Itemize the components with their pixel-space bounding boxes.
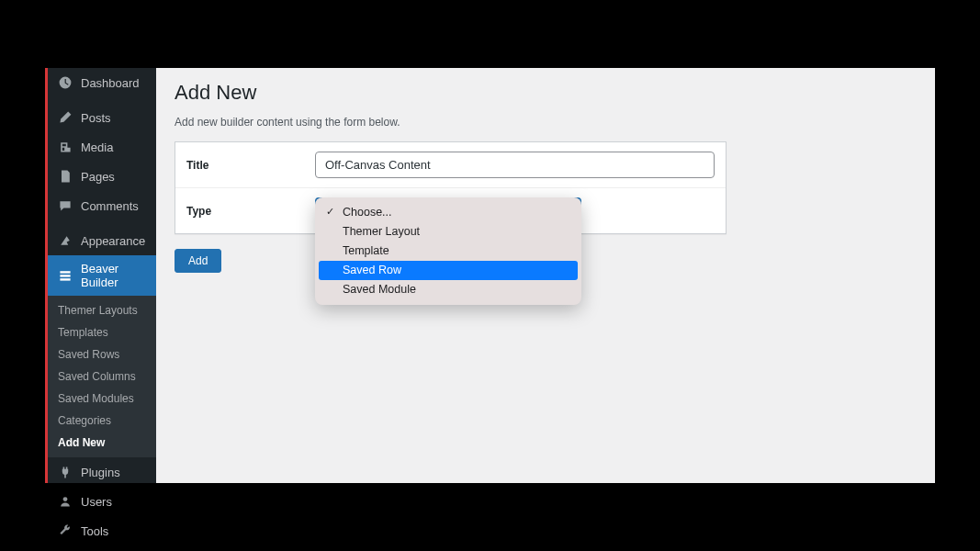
sidebar-item-comments[interactable]: Comments (48, 191, 156, 220)
tools-icon (57, 523, 73, 539)
type-select-wrapper: Choose... Choose... Themer Layout Templa… (315, 197, 581, 224)
svg-point-3 (63, 497, 68, 501)
submenu-item-saved-columns[interactable]: Saved Columns (48, 365, 156, 388)
sidebar-item-media[interactable]: Media (48, 132, 156, 162)
sidebar-item-label: Media (81, 141, 113, 154)
dropdown-option-saved-row[interactable]: Saved Row (319, 261, 578, 280)
svg-rect-1 (60, 275, 70, 276)
submenu-item-themer-layouts[interactable]: Themer Layouts (48, 299, 156, 321)
appearance-icon (57, 232, 73, 249)
svg-rect-2 (60, 278, 70, 280)
pages-icon (57, 168, 73, 185)
sidebar-item-tools[interactable]: Tools (48, 516, 156, 545)
sidebar-item-label: Tools (81, 524, 108, 538)
beaver-icon (57, 267, 73, 284)
sidebar-item-label: Appearance (81, 234, 145, 248)
form-row-type: Type Choose... Choose... Themer Layout T… (175, 188, 726, 233)
title-label: Title (175, 142, 315, 187)
type-label: Type (175, 188, 315, 233)
type-dropdown-menu: Choose... Themer Layout Template Saved R… (315, 197, 581, 305)
comments-icon (57, 197, 73, 214)
main-content: Add New Add new builder content using th… (156, 68, 935, 483)
sidebar-item-plugins[interactable]: Plugins (48, 457, 156, 487)
app-window: Dashboard Posts Media Pages Commen (45, 68, 935, 483)
form-row-title: Title (175, 142, 726, 188)
sidebar-item-label: Dashboard (81, 76, 140, 90)
title-input[interactable] (315, 152, 715, 178)
sidebar-item-label: Users (81, 495, 112, 509)
page-title: Add New (175, 81, 917, 105)
sidebar-item-posts[interactable]: Posts (48, 103, 156, 132)
submenu-item-categories[interactable]: Categories (48, 410, 156, 432)
posts-icon (57, 109, 73, 126)
dropdown-option-template[interactable]: Template (319, 242, 578, 261)
submenu-item-saved-modules[interactable]: Saved Modules (48, 388, 156, 410)
submenu-item-saved-rows[interactable]: Saved Rows (48, 343, 156, 365)
submenu-item-add-new[interactable]: Add New (48, 432, 156, 454)
form-table: Title Type Choose... Choose... Themer La… (175, 141, 727, 234)
sidebar-item-label: Pages (81, 170, 115, 184)
page-description: Add new builder content using the form b… (175, 116, 917, 129)
sidebar-item-appearance[interactable]: Appearance (48, 226, 156, 255)
dropdown-option-themer-layout[interactable]: Themer Layout (319, 222, 578, 242)
users-icon (57, 493, 73, 510)
sidebar-item-pages[interactable]: Pages (48, 162, 156, 191)
sidebar-item-dashboard[interactable]: Dashboard (48, 68, 156, 97)
plugins-icon (57, 464, 73, 480)
sidebar-item-label: Comments (81, 199, 139, 213)
svg-rect-0 (60, 271, 70, 273)
sidebar-item-label: Beaver Builder (81, 262, 147, 289)
submenu-beaver: Themer Layouts Templates Saved Rows Save… (48, 296, 156, 457)
dropdown-option-choose[interactable]: Choose... (319, 203, 578, 222)
sidebar-item-settings[interactable]: Settings (48, 545, 156, 551)
dropdown-option-saved-module[interactable]: Saved Module (319, 280, 578, 299)
sidebar-item-beaver-builder[interactable]: Beaver Builder (48, 255, 156, 296)
dashboard-icon (57, 74, 73, 91)
sidebar-item-users[interactable]: Users (48, 487, 156, 516)
add-button[interactable]: Add (175, 249, 221, 273)
submenu-item-templates[interactable]: Templates (48, 321, 156, 343)
media-icon (57, 139, 73, 155)
sidebar-item-label: Posts (81, 111, 111, 125)
sidebar-item-label: Plugins (81, 466, 120, 479)
admin-sidebar: Dashboard Posts Media Pages Commen (48, 68, 156, 483)
